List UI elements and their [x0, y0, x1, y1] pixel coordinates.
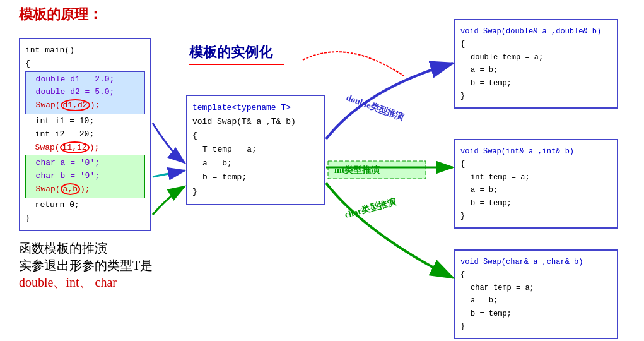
double-arrow-label: double类型推演 — [345, 92, 406, 123]
code-line: b = temp; — [460, 308, 612, 320]
code-line: } — [460, 90, 612, 102]
main-code-box: int main() { double d1 = 2.0; double d2 … — [19, 38, 151, 231]
code-line: } — [460, 210, 612, 222]
code-line: { — [25, 57, 145, 71]
code-line: } — [192, 185, 319, 199]
code-line: Swap(a,b); — [26, 183, 144, 196]
result-double-box: void Swap(double& a ,double& b) { double… — [454, 19, 618, 109]
template-code-box: template<typename T> void Swap(T& a ,T& … — [186, 95, 325, 205]
code-line: void Swap(T& a ,T& b) — [192, 115, 319, 129]
instantiation-label: 模板的实例化 — [189, 43, 272, 62]
code-line: { — [460, 268, 612, 281]
page-title: 模板的原理： — [19, 5, 102, 24]
bottom-line3: double、int、 char — [19, 274, 153, 291]
code-line: a = b; — [460, 184, 612, 196]
code-line: a = b; — [192, 157, 319, 170]
code-line: Swap(d1,d2); — [26, 99, 144, 112]
code-line: double temp = a; — [460, 51, 612, 64]
bottom-text: 函数模板的推演 实参退出形参的类型T是 double、int、 char — [19, 240, 153, 291]
code-line: } — [460, 320, 612, 333]
code-line: b = temp; — [460, 77, 612, 90]
svg-rect-6 — [328, 161, 426, 179]
code-line: int temp = a; — [460, 171, 612, 184]
code-line: b = temp; — [460, 197, 612, 210]
bottom-line1: 函数模板的推演 — [19, 240, 153, 257]
code-line: a = b; — [460, 294, 612, 307]
int-arrow-label: int类型推演 — [334, 165, 380, 175]
code-line: char temp = a; — [460, 282, 612, 294]
code-line: int i1 = 10; — [25, 115, 145, 128]
code-line: template<typename T> — [192, 101, 319, 115]
code-line: double d2 = 5.0; — [26, 86, 144, 99]
code-line: b = temp; — [192, 170, 319, 184]
code-line: { — [460, 38, 612, 51]
result-header: void Swap(char& a ,char& b) — [460, 256, 612, 268]
result-header: void Swap(int& a ,int& b) — [460, 145, 612, 158]
result-int-box: void Swap(int& a ,int& b) { int temp = a… — [454, 139, 618, 229]
code-line: double d1 = 2.0; — [26, 73, 144, 87]
char-arrow-label: char类型推演 — [344, 196, 397, 220]
code-line: int main() — [25, 44, 145, 57]
code-line: int i2 = 20; — [25, 128, 145, 141]
code-highlight-green: char a = '0'; char b = '9'; Swap(a,b); — [25, 155, 145, 198]
bottom-line2: 实参退出形参的类型T是 — [19, 257, 153, 274]
code-line: char b = '9'; — [26, 170, 144, 183]
result-char-box: void Swap(char& a ,char& b) { char temp … — [454, 249, 618, 339]
code-line: } — [25, 212, 145, 225]
code-line: a = b; — [460, 64, 612, 76]
code-line: Swap(i1,i2); — [25, 141, 145, 155]
code-line: return 0; — [25, 199, 145, 212]
code-line: char a = '0'; — [26, 157, 144, 170]
code-line: { — [460, 158, 612, 170]
code-line: T temp = a; — [192, 143, 319, 157]
result-header: void Swap(double& a ,double& b) — [460, 25, 612, 38]
code-highlight-blue: double d1 = 2.0; double d2 = 5.0; Swap(d… — [25, 71, 145, 114]
code-line: { — [192, 129, 319, 143]
